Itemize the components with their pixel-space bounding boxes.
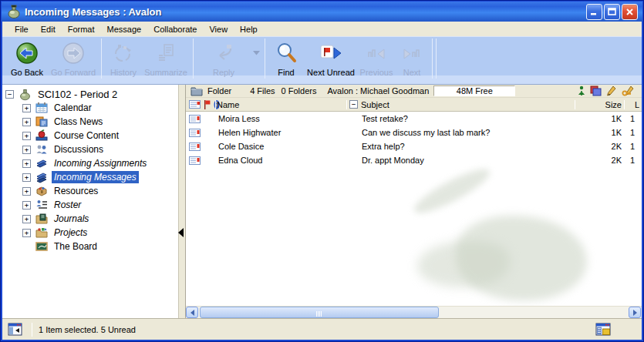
tree-item-calendar[interactable]: + Calendar — [2, 101, 178, 115]
expander-icon[interactable]: − — [5, 90, 14, 99]
column-divider[interactable] — [215, 100, 216, 109]
reply-button[interactable]: Reply — [197, 37, 251, 82]
key-pencil-icon[interactable] — [622, 86, 636, 96]
tree-item-roster[interactable]: + Roster — [2, 198, 178, 212]
view-mode-icon[interactable] — [8, 322, 22, 337]
expander-icon[interactable]: + — [22, 187, 31, 196]
free-space-indicator: 48M Free — [433, 86, 515, 96]
tree-item-incoming-assignments[interactable]: + Incoming Assignments — [2, 156, 178, 170]
close-icon — [625, 8, 634, 16]
scrollbar-thumb[interactable] — [200, 307, 439, 318]
tree-item-discussions[interactable]: + Discussions — [2, 142, 178, 156]
pane-splitter[interactable] — [178, 85, 186, 318]
splitter-collapse-icon[interactable] — [178, 228, 184, 237]
previous-icon — [364, 42, 389, 65]
menu-view[interactable]: View — [203, 23, 234, 35]
column-divider[interactable] — [346, 100, 347, 109]
menu-format[interactable]: Format — [62, 23, 101, 35]
previous-button[interactable]: Previous — [358, 37, 395, 82]
map-watermark — [417, 241, 510, 287]
selected-tree-item-label: Incoming Messages — [52, 171, 139, 183]
tree-item-journals[interactable]: + Journals — [2, 212, 178, 226]
horizontal-scrollbar[interactable] — [186, 306, 642, 318]
projects-icon — [35, 226, 48, 239]
flag-column-icon[interactable] — [204, 100, 211, 109]
incoming-assignments-icon — [35, 157, 48, 169]
expander-icon[interactable]: + — [22, 173, 31, 182]
title-bar[interactable]: Incoming Messages : Avalon — [2, 2, 642, 22]
tree-item-projects[interactable]: + Projects — [2, 226, 178, 240]
menu-collaborate[interactable]: Collaborate — [147, 23, 203, 35]
next-button[interactable]: Next — [395, 37, 429, 82]
maximize-button[interactable] — [604, 4, 620, 20]
expander-icon[interactable]: + — [22, 104, 31, 112]
column-divider[interactable] — [575, 100, 575, 109]
shared-folder-icon[interactable] — [590, 86, 602, 96]
expander-icon[interactable]: + — [22, 132, 31, 140]
reply-dropdown-button[interactable] — [251, 41, 261, 65]
server-user-label: Avalon : Michael Goodman — [327, 86, 429, 96]
menu-message[interactable]: Message — [101, 23, 148, 35]
arrow-right-icon — [633, 310, 637, 316]
message-clipped-cell: 1 — [630, 142, 639, 151]
collapse-subject-icon[interactable]: − — [349, 100, 358, 109]
message-sender: Moira Less — [218, 114, 359, 123]
expander-icon[interactable]: + — [22, 215, 31, 223]
message-size: 2K — [591, 142, 622, 151]
discussions-icon — [35, 143, 48, 156]
message-row[interactable]: Moira Less Test retake? 1K 1 — [186, 112, 642, 126]
tree-item-class-news[interactable]: + Class News — [2, 115, 178, 129]
envelope-column-icon[interactable] — [189, 100, 201, 109]
tree-item-course-root[interactable]: − SCI102 - Period 2 — [2, 87, 178, 101]
expander-icon[interactable]: + — [22, 201, 31, 210]
expander-icon[interactable]: + — [22, 118, 31, 126]
folders-count: 0 Folders — [282, 86, 317, 96]
toolbar-separator — [265, 39, 265, 79]
summarize-button[interactable]: Summarize — [142, 37, 190, 82]
menu-help[interactable]: Help — [234, 23, 264, 35]
menu-file[interactable]: File — [8, 23, 35, 35]
user-access-icon[interactable] — [578, 86, 585, 96]
layout-switch-icon[interactable] — [595, 322, 611, 337]
name-column-header[interactable]: Name — [217, 100, 239, 109]
next-unread-button[interactable]: Next Unread — [304, 37, 358, 82]
column-divider[interactable] — [624, 100, 625, 109]
expander-icon[interactable]: + — [22, 146, 31, 154]
course-content-icon — [35, 129, 48, 142]
close-button[interactable] — [622, 4, 638, 20]
message-subject: Extra help? — [362, 142, 572, 151]
tree-item-the-board[interactable]: + The Board — [2, 240, 178, 253]
unread-envelope-icon — [189, 129, 201, 137]
message-row[interactable]: Helen Highwater Can we discuss my last l… — [186, 126, 642, 139]
folder-icon — [191, 86, 203, 96]
message-row[interactable]: Cole Dasice Extra help? 2K 1 — [186, 139, 642, 153]
subject-column-header[interactable]: − Subject — [349, 100, 389, 109]
message-row[interactable]: Edna Cloud Dr. appt Monday 2K 1 — [186, 153, 642, 167]
minimize-button[interactable] — [586, 4, 602, 20]
history-button[interactable]: History — [105, 37, 142, 82]
tree-item-course-content[interactable]: + Course Content — [2, 129, 178, 142]
go-forward-button[interactable]: Go Forward — [49, 37, 98, 82]
expander-icon[interactable]: + — [22, 229, 31, 237]
tree-item-incoming-messages[interactable]: + Incoming Messages — [2, 170, 178, 184]
edit-pencil-icon[interactable] — [607, 86, 616, 96]
toolbar-separator — [432, 39, 433, 79]
find-button[interactable]: Find — [268, 37, 304, 82]
folder-type-label: Folder — [207, 86, 231, 96]
unread-envelope-icon — [189, 156, 201, 165]
menu-edit[interactable]: Edit — [35, 23, 62, 35]
message-list: Moira Less Test retake? 1K 1 Helen Highw… — [186, 112, 642, 306]
summarize-icon — [154, 42, 177, 65]
tree-item-resources[interactable]: + Resources — [2, 184, 178, 198]
scroll-right-button[interactable] — [629, 307, 641, 318]
size-column-header[interactable]: Size — [591, 100, 622, 109]
map-watermark — [456, 216, 587, 300]
expander-icon[interactable]: + — [22, 159, 31, 168]
scroll-left-button[interactable] — [186, 307, 198, 318]
clipped-column-header[interactable]: L — [635, 100, 639, 109]
message-subject: Dr. appt Monday — [362, 156, 572, 165]
class-news-icon — [35, 116, 48, 128]
column-header-row: Name − Subject Size L — [186, 98, 642, 112]
app-flask-icon — [6, 4, 22, 19]
go-back-button[interactable]: Go Back — [5, 37, 49, 82]
